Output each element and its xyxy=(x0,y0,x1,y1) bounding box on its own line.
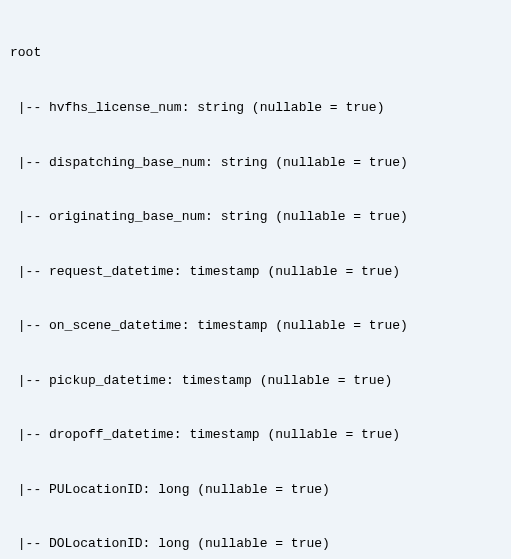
schema-field: |-- dispatching_base_num: string (nullab… xyxy=(10,154,501,172)
schema-field: |-- dropoff_datetime: timestamp (nullabl… xyxy=(10,426,501,444)
output-cell: root |-- hvfhs_license_num: string (null… xyxy=(0,0,511,559)
schema-field: |-- on_scene_datetime: timestamp (nullab… xyxy=(10,317,501,335)
schema-field: |-- PULocationID: long (nullable = true) xyxy=(10,481,501,499)
schema-field: |-- request_datetime: timestamp (nullabl… xyxy=(10,263,501,281)
schema-field: |-- originating_base_num: string (nullab… xyxy=(10,208,501,226)
schema-root-0: root xyxy=(10,44,501,62)
schema-field: |-- hvfhs_license_num: string (nullable … xyxy=(10,99,501,117)
schema-field: |-- pickup_datetime: timestamp (nullable… xyxy=(10,372,501,390)
schema-field: |-- DOLocationID: long (nullable = true) xyxy=(10,535,501,553)
